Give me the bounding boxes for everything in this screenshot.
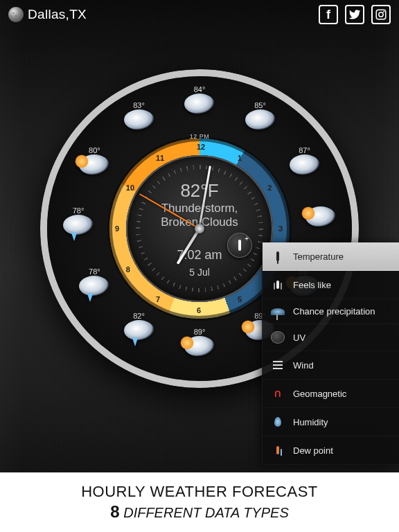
hourly-temp: 78° bbox=[89, 267, 100, 276]
sun-icon bbox=[184, 336, 215, 357]
menu-item-label: Chance precipitation bbox=[293, 306, 375, 317]
menu-item-uv[interactable]: UV bbox=[263, 324, 399, 351]
menu-item-label: UV bbox=[293, 332, 305, 343]
storm-icon bbox=[63, 215, 94, 236]
menu-item-label: Humidity bbox=[293, 417, 328, 427]
menu-item-dew-point[interactable]: Dew point bbox=[263, 436, 399, 465]
hourly-temp: 89° bbox=[194, 328, 206, 336]
globe-icon bbox=[8, 7, 24, 22]
hourly-sector[interactable]: 78° bbox=[56, 206, 100, 251]
menu-item-humidity[interactable]: Humidity bbox=[263, 408, 399, 436]
hourly-sector[interactable]: 78° bbox=[72, 267, 116, 312]
cloud-icon bbox=[124, 109, 154, 130]
menu-item-label: Wind bbox=[293, 360, 314, 371]
hour-number: 8 bbox=[126, 265, 130, 274]
hourly-sector[interactable]: 89° bbox=[177, 328, 222, 372]
sun-icon bbox=[305, 206, 336, 227]
dew-icon bbox=[271, 443, 285, 457]
menu-item-temperature[interactable]: Temperature bbox=[263, 242, 399, 271]
footer-line1: HOURLY WEATHER FORECAST bbox=[81, 483, 318, 501]
instagram-button[interactable] bbox=[371, 5, 391, 24]
location-group[interactable]: Dallas,TX bbox=[8, 7, 87, 22]
hourly-temp: 87° bbox=[299, 146, 310, 154]
footer-count: 8 bbox=[110, 502, 119, 521]
instagram-icon bbox=[375, 8, 387, 21]
hour-number: 9 bbox=[115, 224, 119, 233]
menu-item-label: Dew point bbox=[293, 445, 333, 456]
geo-icon bbox=[271, 387, 285, 400]
hourly-temp: 85° bbox=[254, 101, 266, 109]
svg-point-1 bbox=[379, 12, 383, 17]
cloud-icon bbox=[184, 94, 215, 114]
menu-item-wind[interactable]: Wind bbox=[263, 351, 399, 380]
hourly-sector[interactable]: 82° bbox=[117, 312, 161, 356]
menu-item-geomagnetic[interactable]: Geomagnetic bbox=[263, 380, 399, 408]
hour-number: 2 bbox=[267, 184, 272, 192]
storm-icon bbox=[79, 276, 109, 296]
hourly-sector[interactable]: 85° bbox=[238, 101, 283, 145]
location-label: Dallas,TX bbox=[28, 7, 87, 22]
hour-number: 1 bbox=[238, 154, 242, 162]
facebook-button[interactable]: f bbox=[319, 5, 338, 24]
menu-item-label: Geomagnetic bbox=[293, 389, 346, 399]
hour-number: 3 bbox=[278, 224, 283, 233]
hourly-temp: 83° bbox=[133, 101, 145, 109]
data-type-menu: TemperatureFeels likeChance precipitatio… bbox=[262, 242, 399, 465]
current-temp: 82°F bbox=[161, 180, 238, 202]
hour-number: 11 bbox=[156, 154, 164, 162]
top-bar: Dallas,TX f bbox=[0, 0, 399, 28]
hour-number: 5 bbox=[238, 295, 242, 303]
menu-item-chance-precipitation[interactable]: Chance precipitation bbox=[263, 299, 399, 324]
svg-point-2 bbox=[383, 11, 384, 12]
twitter-icon bbox=[348, 8, 361, 21]
menu-item-feels-like[interactable]: Feels like bbox=[263, 271, 399, 299]
menu-item-label: Temperature bbox=[293, 251, 344, 262]
current-time: 7:02 am bbox=[161, 247, 238, 262]
twitter-button[interactable] bbox=[345, 5, 364, 24]
promo-footer: HOURLY WEATHER FORECAST 8 DIFFERENT DATA… bbox=[0, 472, 399, 532]
hourly-temp: 84° bbox=[194, 85, 206, 94]
sun-icon bbox=[79, 154, 109, 175]
hourly-sector[interactable]: 87° bbox=[283, 146, 327, 190]
hour-number: 7 bbox=[156, 295, 160, 303]
footer-rest: DIFFERENT DATA TYPES bbox=[120, 505, 289, 520]
data-type-toggle-button[interactable] bbox=[227, 233, 252, 258]
hour-number: 10 bbox=[126, 184, 134, 192]
social-buttons: f bbox=[319, 5, 391, 24]
menu-item-label: Feels like bbox=[293, 280, 331, 290]
storm-icon bbox=[124, 320, 154, 341]
cloud-icon bbox=[245, 109, 276, 130]
wind-icon bbox=[271, 358, 285, 372]
hour-number: 12 bbox=[197, 143, 205, 151]
hourly-temp: 80° bbox=[89, 146, 100, 154]
hour-number: 6 bbox=[197, 306, 201, 314]
current-date: 5 Jul bbox=[161, 266, 238, 277]
hourly-sector[interactable]: 83° bbox=[117, 101, 161, 145]
noon-label: 12 PM bbox=[190, 133, 210, 140]
hum-icon bbox=[271, 415, 285, 429]
hourly-temp: 78° bbox=[73, 206, 85, 215]
hourly-temp: 82° bbox=[133, 312, 145, 320]
cloud-icon bbox=[290, 154, 320, 175]
clock-hub bbox=[195, 224, 204, 233]
svg-rect-0 bbox=[376, 10, 386, 19]
umbr-icon bbox=[271, 308, 285, 315]
hourly-sector[interactable]: 84° bbox=[177, 85, 222, 130]
feels-icon bbox=[271, 278, 285, 292]
hourly-sector[interactable]: 80° bbox=[72, 146, 116, 190]
thermo-icon bbox=[271, 249, 285, 263]
footer-line2: 8 DIFFERENT DATA TYPES bbox=[110, 502, 288, 522]
uv-icon bbox=[271, 331, 285, 344]
